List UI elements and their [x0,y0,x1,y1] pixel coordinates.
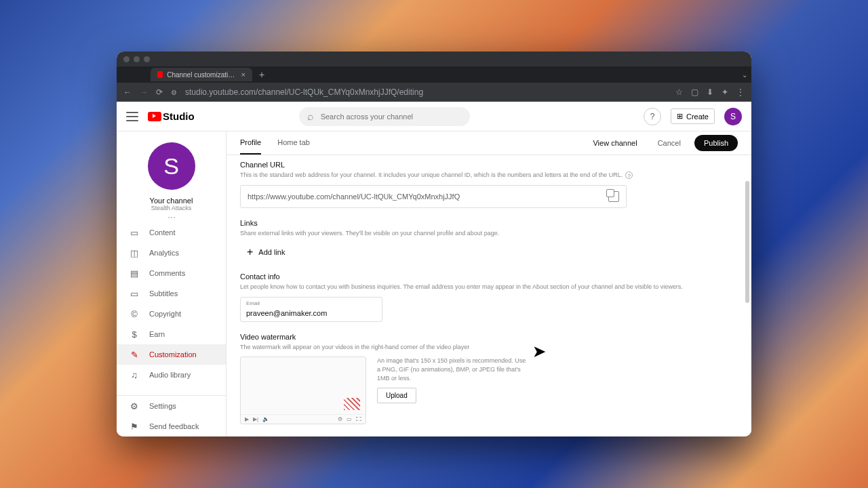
play-icon[interactable]: ▶ [245,416,249,422]
extensions-icon[interactable]: ✦ [722,87,728,97]
content-icon: ▭ [129,227,140,238]
help-circle-icon[interactable]: ? [625,171,633,179]
youtube-studio-logo[interactable]: Studio [148,110,195,122]
subtitles-icon: ▭ [129,288,140,299]
settings-icon[interactable]: ⚙ [338,416,342,422]
add-link-button[interactable]: + Add link [240,243,292,262]
scrollbar-thumb[interactable] [745,181,749,303]
tab-home[interactable]: Home tab [277,131,310,155]
channel-url-heading: Channel URL [240,161,738,169]
sidebar-item-copyright[interactable]: ©Copyright [117,304,226,324]
extension1-icon[interactable]: ▢ [691,87,698,97]
browser-menu-icon[interactable]: ⋮ [736,87,745,97]
studio-sidebar: S Your channel Stealth Attacks ⋯ ▭Conten… [117,131,226,436]
video-controls: ▶ ▶| 🔈 ⚙ ▭ ⛶ [241,414,366,424]
your-channel-label: Your channel [117,197,226,205]
fullscreen-icon[interactable]: ⛶ [356,416,361,422]
browser-tab[interactable]: Channel customization - You × [151,68,252,81]
browser-toolbar: ← → ⟳ ⚙ studio.youtube.com/channel/UC-lt… [117,83,751,102]
tab-title: Channel customization - You [167,71,237,79]
search-input[interactable] [321,113,462,121]
audio library-icon: ♫ [129,369,140,380]
send feedback-icon: ⚑ [129,421,140,432]
traffic-light-min[interactable] [134,56,140,62]
bookmark-star-icon[interactable]: ☆ [675,87,683,97]
menu-icon[interactable] [126,112,138,121]
watermark-placeholder [344,398,360,410]
traffic-light-close[interactable] [123,56,130,62]
publish-button[interactable]: Publish [694,135,738,151]
account-avatar[interactable]: S [724,108,742,125]
links-heading: Links [240,219,738,227]
comments-icon: ▤ [129,268,140,279]
earn-icon: $ [129,329,140,340]
watermark-heading: Video watermark [240,333,738,341]
tabs-dropdown-icon[interactable]: ⌄ [742,71,747,79]
tab-profile[interactable]: Profile [240,131,261,155]
contact-heading: Contact info [240,272,738,281]
studio-header: Studio ⌕ ? ⊞ Create S [117,102,751,131]
sidebar-item-earn[interactable]: $Earn [117,324,226,344]
cancel-button[interactable]: Cancel [651,135,688,151]
copyright-icon: © [129,308,140,319]
search-icon: ⌕ [307,110,314,123]
plus-icon: + [247,247,253,258]
customization-icon: ✎ [129,349,140,360]
sidebar-item-audio-library[interactable]: ♫Audio library [117,365,226,385]
sidebar-item-settings[interactable]: ⚙Settings [117,396,226,416]
download-icon[interactable]: ⬇ [707,87,713,97]
channel-avatar[interactable]: S [148,142,195,190]
settings-icon: ⚙ [129,401,140,411]
youtube-favicon [157,71,163,78]
sidebar-item-comments[interactable]: ▤Comments [117,263,226,283]
create-button[interactable]: ⊞ Create [671,108,715,124]
channel-url-value: https://www.youtube.com/channel/UC-ltQUk… [248,192,608,201]
sidebar-ellipsis: ⋯ [117,216,226,220]
help-icon[interactable]: ? [644,108,661,125]
search-bar[interactable]: ⌕ [299,107,470,126]
next-icon[interactable]: ▶| [253,416,258,422]
theater-icon[interactable]: ▭ [347,416,352,422]
email-input[interactable] [246,309,376,317]
channel-url-desc: This is the standard web address for you… [240,171,738,180]
upload-button[interactable]: Upload [377,388,416,403]
reload-icon[interactable]: ⟳ [156,87,163,97]
window-titlebar [117,52,751,66]
new-tab-icon[interactable]: + [259,69,264,80]
close-tab-icon[interactable]: × [241,70,245,79]
contact-desc: Let people know how to contact you with … [240,283,738,291]
volume-icon[interactable]: 🔈 [262,416,269,422]
back-icon[interactable]: ← [123,87,132,97]
sidebar-item-content[interactable]: ▭Content [117,222,226,243]
links-desc: Share external links with your viewers. … [240,229,738,238]
forward-icon[interactable]: → [140,87,148,97]
copy-icon[interactable] [608,191,619,202]
main-content: Channel URL This is the standard web add… [226,155,751,436]
create-plus-icon: ⊞ [677,112,683,121]
sidebar-item-subtitles[interactable]: ▭Subtitles [117,283,226,304]
sidebar-item-customization[interactable]: ✎Customization [117,344,226,365]
browser-tabbar: Channel customization - You × + ⌄ [117,66,751,83]
traffic-light-max[interactable] [144,56,150,62]
watermark-preview: ▶ ▶| 🔈 ⚙ ▭ ⛶ [240,357,366,424]
site-lock-icon[interactable]: ⚙ [171,89,177,96]
watermark-desc: The watermark will appear on your videos… [240,343,738,352]
youtube-icon [148,112,161,121]
channel-name: Stealth Attacks [117,205,226,211]
channel-url-field: https://www.youtube.com/channel/UC-ltQUk… [240,185,627,208]
email-label: Email [246,300,376,306]
view-channel-button[interactable]: View channel [586,135,644,151]
email-field[interactable]: Email [240,297,382,322]
sidebar-item-send-feedback[interactable]: ⚑Send feedback [117,416,226,436]
address-bar[interactable]: studio.youtube.com/channel/UC-ltQUk_CMYq… [185,87,667,97]
analytics-icon: ◫ [129,247,140,258]
sidebar-item-analytics[interactable]: ◫Analytics [117,243,226,263]
watermark-info: An image that's 150 x 150 pixels is reco… [377,357,526,382]
